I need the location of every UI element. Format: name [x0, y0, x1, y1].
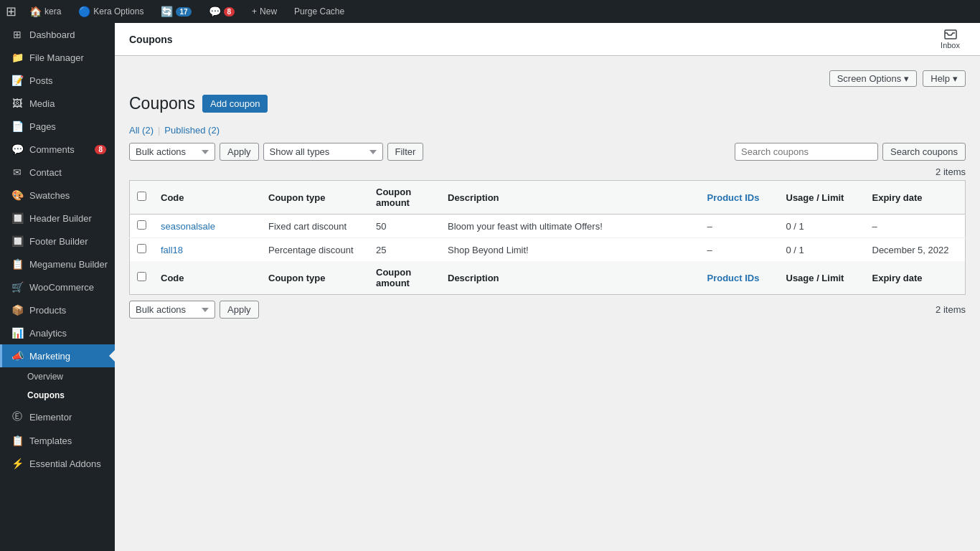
- help-arrow: ▾: [953, 73, 958, 84]
- bulk-actions-select-top[interactable]: Bulk actions Move to Trash: [129, 143, 215, 161]
- coupons-table: Code Coupon type Coupon amount Descripti…: [129, 180, 966, 295]
- inbox-icon: [944, 29, 957, 39]
- select-all-checkbox-bottom[interactable]: [137, 272, 146, 281]
- tablenav-bottom: Bulk actions Move to Trash Apply 2 items: [129, 301, 966, 319]
- footer-builder-icon: 🔲: [11, 235, 24, 247]
- apply-button-bottom[interactable]: Apply: [220, 301, 259, 319]
- items-count-top: 2 items: [936, 166, 966, 177]
- col-footer-coupon-type[interactable]: Coupon type: [261, 261, 369, 295]
- sidebar-item-label: Marketing: [29, 351, 70, 362]
- submenu-item-coupons[interactable]: Coupons: [0, 386, 115, 405]
- tablenav-bottom-right: 2 items: [936, 304, 966, 315]
- filter-button[interactable]: Filter: [387, 143, 424, 161]
- sidebar-item-products[interactable]: 📦 Products: [0, 298, 115, 321]
- posts-icon: 📝: [11, 75, 24, 86]
- screen-options-label: Screen Options: [837, 73, 902, 84]
- sidebar-item-elementor[interactable]: Ⓔ Elementor: [0, 405, 115, 429]
- apply-button-top[interactable]: Apply: [220, 143, 259, 161]
- sidebar-item-essential-addons[interactable]: ⚡ Essential Addons: [0, 452, 115, 475]
- col-header-coupon-type[interactable]: Coupon type: [261, 181, 369, 215]
- col-header-check: [130, 181, 154, 215]
- col-header-description[interactable]: Description: [440, 181, 700, 215]
- search-coupons-button[interactable]: Search coupons: [882, 143, 966, 161]
- col-footer-coupon-amount[interactable]: Coupon amount: [369, 261, 440, 295]
- screen-options-button[interactable]: Screen Options ▾: [829, 70, 918, 87]
- updates-icon: 🔄: [161, 6, 173, 17]
- comments-icon: 💬: [209, 6, 221, 17]
- sidebar-item-contact[interactable]: ✉ Contact: [0, 161, 115, 184]
- sidebar-item-megamenu-builder[interactable]: 📋 Megamenu Builder: [0, 253, 115, 276]
- row2-checkbox[interactable]: [137, 244, 146, 253]
- inbox-label: Inbox: [941, 41, 960, 50]
- sidebar-item-file-manager[interactable]: 📁 File Manager: [0, 46, 115, 69]
- wp-logo[interactable]: ⊞: [6, 4, 17, 19]
- sidebar-item-label: Products: [29, 305, 66, 316]
- add-coupon-button[interactable]: Add coupon: [202, 95, 268, 113]
- sidebar-item-templates[interactable]: 📋 Templates: [0, 429, 115, 452]
- sidebar-item-woocommerce[interactable]: 🛒 WooCommerce: [0, 276, 115, 298]
- col-header-expiry-date[interactable]: Expiry date: [865, 181, 966, 215]
- main-content: Coupons Inbox Screen Options ▾: [115, 23, 980, 551]
- row1-code-link[interactable]: seasonalsale: [161, 221, 215, 232]
- header-builder-icon: 🔲: [11, 212, 24, 224]
- row1-checkbox[interactable]: [137, 220, 146, 230]
- adminbar-new[interactable]: + New: [248, 0, 281, 23]
- header-right: Inbox: [935, 27, 966, 52]
- col-header-usage-limit[interactable]: Usage / Limit: [779, 181, 865, 215]
- col-footer-description[interactable]: Description: [440, 261, 700, 295]
- tablenav-top-left: Bulk actions Move to Trash Apply Show al…: [129, 143, 423, 161]
- svg-rect-0: [945, 30, 956, 39]
- adminbar-updates[interactable]: 🔄 17: [156, 0, 195, 23]
- col-footer-usage-limit[interactable]: Usage / Limit: [779, 261, 865, 295]
- analytics-icon: 📊: [11, 327, 24, 339]
- col-header-coupon-amount[interactable]: Coupon amount: [369, 181, 440, 215]
- filter-all-link[interactable]: All (2): [129, 125, 154, 136]
- filter-links: All (2) | Published (2): [129, 125, 966, 136]
- sidebar-item-media[interactable]: 🖼 Media: [0, 92, 115, 115]
- sidebar-item-label: Megamenu Builder: [29, 259, 108, 270]
- comments-count: 8: [224, 7, 235, 17]
- sidebar-item-swatches[interactable]: 🎨 Swatches: [0, 184, 115, 207]
- coupons-heading: Coupons Add coupon: [129, 94, 966, 113]
- sidebar-item-label: Swatches: [29, 190, 70, 201]
- submenu-item-overview[interactable]: Overview: [0, 367, 115, 386]
- row2-usage-limit: 0 / 1: [779, 238, 865, 262]
- items-count-bottom: 2 items: [936, 304, 966, 315]
- col-footer-product-ids[interactable]: Product IDs: [700, 261, 779, 295]
- sidebar-item-label: Posts: [29, 75, 53, 86]
- megamenu-icon: 📋: [11, 258, 24, 270]
- tablenav-top: Bulk actions Move to Trash Apply Show al…: [129, 143, 966, 161]
- sidebar-item-pages[interactable]: 📄 Pages: [0, 115, 115, 138]
- table-row: fall18 Percentage discount 25 Shop Beyon…: [130, 238, 966, 262]
- adminbar-purge-cache[interactable]: Purge Cache: [290, 0, 349, 23]
- adminbar-comments[interactable]: 💬 8: [204, 0, 240, 23]
- help-button[interactable]: Help ▾: [923, 70, 966, 87]
- row2-code-link[interactable]: fall18: [161, 245, 183, 255]
- inbox-button[interactable]: Inbox: [935, 27, 966, 52]
- col-footer-code[interactable]: Code: [154, 261, 261, 295]
- sidebar-item-footer-builder[interactable]: 🔲 Footer Builder: [0, 230, 115, 253]
- essential-addons-icon: ⚡: [11, 458, 24, 469]
- row1-description: Bloom your feast with ultimate Offers!: [440, 215, 700, 238]
- row2-coupon-amount: 25: [369, 238, 440, 262]
- col-header-product-ids[interactable]: Product IDs: [700, 181, 779, 215]
- sidebar-item-dashboard[interactable]: ⊞ Dashboard: [0, 23, 115, 46]
- sidebar-item-posts[interactable]: 📝 Posts: [0, 69, 115, 92]
- sidebar-item-analytics[interactable]: 📊 Analytics: [0, 321, 115, 344]
- adminbar-kera-options[interactable]: 🔵 Kera Options: [74, 0, 148, 23]
- col-header-code[interactable]: Code: [154, 181, 261, 215]
- file-manager-icon: 📁: [11, 52, 24, 63]
- sidebar-item-header-builder[interactable]: 🔲 Header Builder: [0, 207, 115, 230]
- search-coupons-input[interactable]: [735, 143, 878, 161]
- select-all-checkbox-top[interactable]: [137, 192, 146, 201]
- bulk-actions-select-bottom[interactable]: Bulk actions Move to Trash: [129, 301, 215, 319]
- dashboard-icon: ⊞: [11, 29, 24, 40]
- sidebar-item-comments[interactable]: 💬 Comments 8: [0, 138, 115, 161]
- col-footer-expiry-date[interactable]: Expiry date: [865, 261, 966, 295]
- adminbar-site[interactable]: 🏠 kera: [25, 0, 65, 23]
- tablenav-bottom-left: Bulk actions Move to Trash Apply: [129, 301, 259, 319]
- type-select[interactable]: Show all types Percentage discount Fixed…: [263, 143, 383, 161]
- sidebar-item-label: Essential Addons: [29, 458, 101, 469]
- sidebar-item-marketing[interactable]: 📣 Marketing: [0, 344, 115, 367]
- filter-published-link[interactable]: Published (2): [164, 125, 220, 136]
